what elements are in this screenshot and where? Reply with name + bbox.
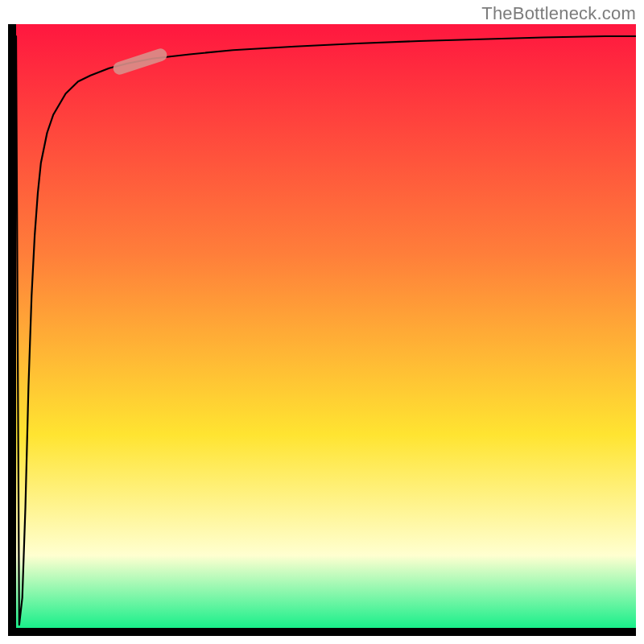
watermark-text: TheBottleneck.com	[481, 3, 636, 24]
gradient-background	[16, 24, 636, 628]
plot-canvas	[16, 24, 636, 628]
plot-frame	[8, 24, 636, 636]
